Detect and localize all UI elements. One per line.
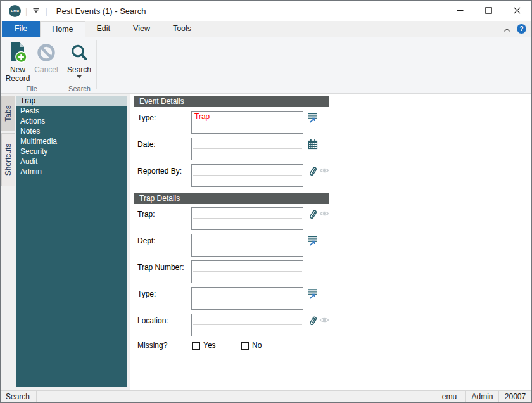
lookup-list-icon[interactable] [307, 112, 319, 124]
window-title: Pest Events (1) - Search [56, 6, 146, 16]
field-row-date: Date: [130, 138, 460, 160]
tab-home[interactable]: Home [40, 21, 85, 37]
field-label: Type: [137, 113, 191, 123]
group-label-file: File [1, 85, 63, 93]
field-label: Reported By: [137, 167, 191, 176]
field-label: Missing? [137, 341, 191, 350]
separator: | [25, 6, 27, 16]
lookup-list-icon[interactable] [307, 235, 319, 246]
sidebar-item-multimedia[interactable]: Multimedia [16, 136, 127, 146]
sidebar-item-actions[interactable]: Actions [16, 116, 127, 126]
cancel-button[interactable]: Cancel [32, 39, 60, 87]
missing-yes-checkbox[interactable]: Yes [192, 341, 216, 350]
field-label: Location: [137, 316, 191, 326]
app-window: EMu | | Pest Events (1) - Search File Ho… [0, 0, 532, 403]
ribbon: New Record Cancel Search [1, 37, 531, 94]
sidebar-item-pests[interactable]: Pests [16, 106, 127, 116]
group-label-search: Search [63, 85, 96, 93]
event-type-input[interactable]: Trap [191, 111, 303, 134]
missing-no-checkbox[interactable]: No [241, 341, 262, 350]
tab-edit[interactable]: Edit [86, 21, 122, 37]
section-header-trap-details: Trap Details [134, 193, 329, 204]
search-dropdown-icon[interactable] [64, 75, 94, 79]
view-record-icon[interactable] [319, 208, 329, 219]
section-header-event-details: Event Details [134, 96, 329, 107]
trap-type-input[interactable] [191, 287, 303, 310]
attachment-icon[interactable] [307, 315, 319, 326]
dept-input[interactable] [191, 234, 303, 257]
trap-input[interactable] [191, 207, 303, 230]
event-date-input[interactable] [191, 138, 303, 160]
field-row-trap-number: Trap Number: [130, 260, 460, 283]
lookup-list-icon[interactable] [307, 288, 319, 300]
field-row-missing: Missing? Yes No [130, 340, 460, 354]
ribbon-tab-row: File Home Edit View Tools ? [1, 21, 531, 37]
checkbox-icon[interactable] [241, 342, 249, 350]
cancel-icon [32, 39, 60, 63]
main-area: Tabs Shortcuts Trap Pests Actions Notes … [1, 94, 531, 390]
separator: | [45, 6, 47, 16]
help-icon[interactable]: ? [517, 24, 526, 34]
field-label: Dept: [137, 236, 191, 246]
status-cell: emu [433, 391, 466, 403]
title-bar: EMu | | Pest Events (1) - Search [1, 1, 531, 21]
field-row-trap-type: Type: [130, 287, 460, 310]
sidebar-item-admin[interactable]: Admin [16, 167, 127, 177]
field-row-reported-by: Reported By: [130, 164, 460, 187]
status-cell: 20007 [498, 391, 531, 403]
form-tab-list: Trap Pests Actions Notes Multimedia Secu… [16, 96, 127, 387]
view-record-icon[interactable] [319, 315, 329, 325]
field-label: Trap Number: [137, 263, 191, 272]
status-bar: Search emu Admin 20007 [1, 390, 531, 403]
sidebar-item-notes[interactable]: Notes [16, 126, 127, 136]
field-row-trap: Trap: [130, 207, 460, 230]
reported-by-input[interactable] [191, 164, 303, 187]
field-row-type: Type: Trap [130, 111, 460, 134]
attachment-icon[interactable] [307, 165, 319, 177]
field-label: Date: [137, 140, 191, 150]
maximize-button[interactable] [474, 1, 503, 20]
tab-tools[interactable]: Tools [162, 21, 203, 37]
search-icon [64, 39, 94, 63]
new-record-button[interactable]: New Record [3, 39, 32, 87]
field-value: Trap [194, 112, 210, 122]
sidebar-item-audit[interactable]: Audit [16, 157, 127, 167]
sidebar-item-trap[interactable]: Trap [16, 96, 127, 106]
view-record-icon[interactable] [319, 165, 329, 176]
sidebar-item-security[interactable]: Security [16, 146, 127, 157]
form-panel: Event Details Type: Trap Date: [130, 94, 532, 390]
quick-access-dropdown-icon[interactable] [32, 6, 41, 15]
status-cell: Admin [466, 391, 498, 403]
collapse-ribbon-icon[interactable] [504, 23, 510, 35]
new-record-icon [3, 39, 32, 63]
field-label: Type: [137, 290, 191, 299]
checkbox-label: No [252, 341, 262, 350]
trap-number-input[interactable] [191, 260, 303, 283]
attachment-icon[interactable] [307, 208, 319, 220]
tab-file[interactable]: File [2, 21, 40, 37]
checkbox-icon[interactable] [192, 342, 200, 350]
status-mode: Search [1, 391, 37, 403]
field-row-dept: Dept: [130, 234, 460, 257]
sidebar-tab-tabs[interactable]: Tabs [1, 96, 15, 131]
app-logo-icon[interactable]: EMu [9, 5, 21, 17]
tab-view[interactable]: View [122, 21, 162, 37]
field-row-location: Location: [130, 314, 460, 336]
close-button[interactable] [503, 1, 531, 20]
sidebar-tab-shortcuts[interactable]: Shortcuts [1, 133, 15, 186]
calendar-icon[interactable] [307, 139, 319, 150]
checkbox-label: Yes [203, 341, 216, 350]
field-label: Trap: [137, 210, 191, 219]
minimize-button[interactable] [446, 1, 474, 20]
location-input[interactable] [191, 314, 303, 336]
search-button[interactable]: Search [64, 39, 94, 87]
